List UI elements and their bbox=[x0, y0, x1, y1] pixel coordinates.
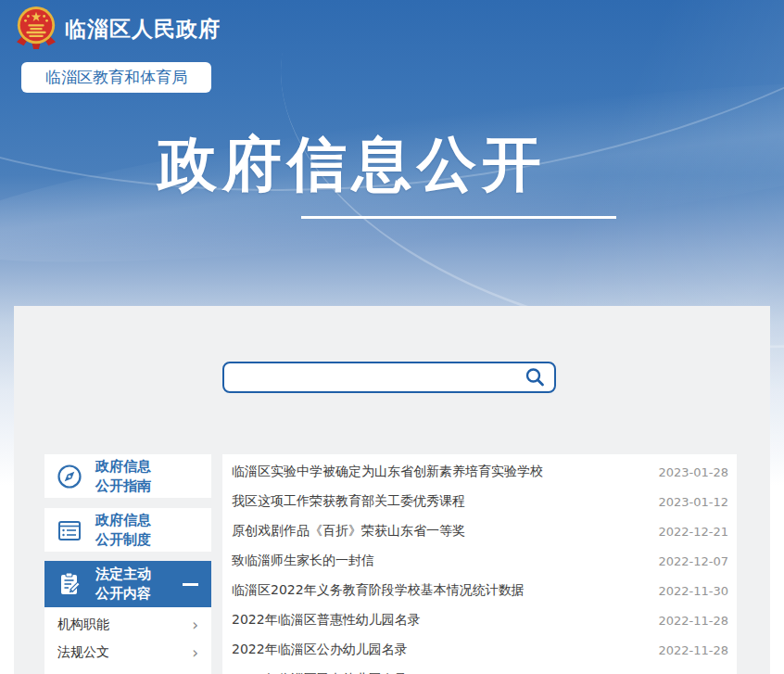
news-date: 2022-11-30 bbox=[658, 584, 728, 598]
submenu-item-label: 机构职能 bbox=[57, 617, 109, 633]
news-date: 2022-11-28 bbox=[658, 643, 728, 657]
department-button[interactable]: 临淄区教育和体育局 bbox=[21, 62, 211, 93]
news-title: 原创戏剧作品《百折》荣获山东省一等奖 bbox=[232, 523, 465, 540]
news-list-item[interactable]: 临淄区2022年义务教育阶段学校基本情况统计数据 2022-11-30 bbox=[222, 576, 737, 605]
site-title[interactable]: 临淄区人民政府 bbox=[65, 15, 221, 44]
sidebar-item-label: 法定主动 公开内容 bbox=[95, 565, 151, 604]
news-date: 2023-01-12 bbox=[658, 495, 728, 509]
sidebar-item-label: 政府信息 公开指南 bbox=[95, 457, 151, 496]
news-list-item[interactable]: 临淄区实验中学被确定为山东省创新素养培育实验学校 2023-01-28 bbox=[222, 457, 737, 487]
document-list-icon bbox=[56, 516, 83, 544]
national-emblem-icon bbox=[15, 5, 57, 51]
sidebar-item-label: 政府信息 公开制度 bbox=[95, 511, 151, 550]
chevron-right-icon: › bbox=[192, 617, 198, 633]
sidebar-item-gov-info-guide[interactable]: 政府信息 公开指南 bbox=[44, 454, 211, 498]
title-underline bbox=[301, 216, 616, 219]
page-title: 政府信息公开 bbox=[158, 132, 547, 197]
news-title: 临淄区2022年义务教育阶段学校基本情况统计数据 bbox=[232, 582, 525, 599]
sidebar-item-gov-info-system[interactable]: 政府信息 公开制度 bbox=[44, 508, 211, 552]
active-indicator bbox=[183, 583, 198, 586]
news-list-item[interactable]: 2022年临淄区普惠性幼儿园名录 2022-11-28 bbox=[222, 605, 737, 635]
submenu-item-label: 法规公文 bbox=[57, 644, 109, 661]
news-title: 我区这项工作荣获教育部关工委优秀课程 bbox=[232, 493, 465, 510]
search-input[interactable] bbox=[224, 363, 515, 391]
sidebar-submenu: 机构职能 › 法规公文 › bbox=[44, 607, 211, 674]
news-date: 2022-12-07 bbox=[658, 554, 728, 568]
sidebar-item-legal-disclosure[interactable]: 法定主动 公开内容 bbox=[44, 561, 211, 607]
clipboard-pencil-icon bbox=[56, 570, 83, 598]
search-icon bbox=[524, 366, 546, 388]
news-list-item[interactable]: 原创戏剧作品《百折》荣获山东省一等奖 2022-12-21 bbox=[222, 516, 737, 546]
submenu-item-org-functions[interactable]: 机构职能 › bbox=[44, 611, 211, 639]
search-button[interactable] bbox=[515, 363, 554, 391]
news-title: 临淄区实验中学被确定为山东省创新素养培育实验学校 bbox=[232, 464, 543, 480]
submenu-item-regulations[interactable]: 法规公文 › bbox=[44, 639, 211, 667]
news-list-item[interactable]: 致临淄师生家长的一封信 2022-12-07 bbox=[222, 546, 737, 576]
compass-icon bbox=[56, 463, 83, 490]
page: 临淄区人民政府 临淄区教育和体育局 政府信息公开 政府信息 公开指南 bbox=[0, 0, 784, 674]
chevron-right-icon: › bbox=[192, 645, 198, 661]
news-title: 2022年临淄区普惠性幼儿园名录 bbox=[232, 612, 421, 629]
news-list-item[interactable]: 2022年临淄区民办幼儿园名录 bbox=[222, 665, 737, 674]
news-title: 2022年临淄区公办幼儿园名录 bbox=[232, 642, 408, 658]
news-list-item[interactable]: 2022年临淄区公办幼儿园名录 2022-11-28 bbox=[222, 635, 737, 665]
search-bar bbox=[222, 362, 556, 393]
news-date: 2022-11-28 bbox=[658, 614, 728, 628]
news-list-item[interactable]: 我区这项工作荣获教育部关工委优秀课程 2023-01-12 bbox=[222, 487, 737, 516]
news-title: 致临淄师生家长的一封信 bbox=[232, 553, 374, 569]
news-date: 2022-12-21 bbox=[658, 525, 728, 539]
news-list: 临淄区实验中学被确定为山东省创新素养培育实验学校 2023-01-28 我区这项… bbox=[222, 454, 737, 674]
news-date: 2023-01-28 bbox=[658, 465, 728, 479]
